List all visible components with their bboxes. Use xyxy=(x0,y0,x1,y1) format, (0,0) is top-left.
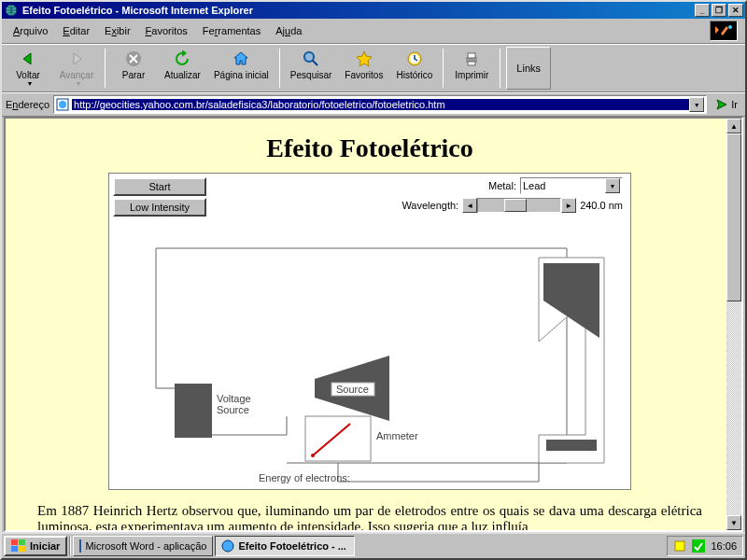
forward-icon xyxy=(67,49,86,68)
stop-button[interactable]: Parar xyxy=(109,47,158,90)
menu-ajuda[interactable]: Ajuda xyxy=(268,23,309,38)
svg-rect-29 xyxy=(692,539,705,553)
start-button[interactable]: Start xyxy=(113,177,206,196)
chevron-down-icon: ▼ xyxy=(605,178,620,193)
svg-rect-10 xyxy=(468,62,475,65)
windows-icon xyxy=(11,539,26,553)
clock: 16:06 xyxy=(711,540,737,552)
body-paragraph: Em 1887 Heinrich Hertz observou que, ilu… xyxy=(17,499,723,532)
address-dropdown[interactable]: ▼ xyxy=(689,97,704,112)
svg-rect-20 xyxy=(546,440,597,451)
print-button[interactable]: Imprimir xyxy=(447,47,496,90)
history-icon xyxy=(405,49,424,68)
circuit-diagram: Voltage Source Source Ammeter xyxy=(109,220,632,491)
content-viewport: Efeito Fotoelétrico Start Low Intensity … xyxy=(4,117,743,532)
page-icon xyxy=(56,98,69,111)
forward-button[interactable]: Avançar ▼ xyxy=(52,47,101,90)
scroll-up[interactable]: ▲ xyxy=(726,119,741,133)
minimize-button[interactable]: _ xyxy=(695,4,710,17)
task-ie[interactable]: Efeito Fotoelétrico - ... xyxy=(215,536,355,556)
word-icon: W xyxy=(79,539,81,553)
svg-rect-24 xyxy=(19,546,25,552)
address-label: Endereço xyxy=(6,99,49,110)
titlebar: Efeito Fotoelétrico - Microsoft Internet… xyxy=(2,2,745,19)
page-title: Efeito Fotoelétrico xyxy=(17,133,723,163)
svg-point-27 xyxy=(222,540,233,552)
history-button[interactable]: Histórico xyxy=(389,47,439,90)
search-icon xyxy=(302,49,320,68)
svg-text:Voltage: Voltage xyxy=(217,393,251,404)
refresh-button[interactable]: Atualizar xyxy=(158,47,207,90)
toolbar: Voltar ▼ Avançar ▼ Parar Atualizar Págin… xyxy=(2,44,745,92)
svg-text:Source: Source xyxy=(217,404,249,415)
back-button[interactable]: Voltar ▼ xyxy=(4,47,52,90)
start-menu-button[interactable]: Iniciar xyxy=(4,536,67,556)
app-window: Efeito Fotoelétrico - Microsoft Internet… xyxy=(0,0,747,560)
menubar: Arquivo Editar Exibir Favoritos Ferramen… xyxy=(2,19,745,44)
source-label: Source xyxy=(336,384,369,395)
star-icon xyxy=(355,49,374,68)
vertical-scrollbar[interactable]: ▲ ▼ xyxy=(726,119,741,530)
photoelectric-applet: Start Low Intensity Metal: Lead ▼ Wavele… xyxy=(108,173,631,490)
links-panel[interactable]: Links xyxy=(506,47,551,90)
go-button[interactable]: Ir xyxy=(711,95,741,114)
favorites-button[interactable]: Favoritos xyxy=(338,47,389,90)
go-icon xyxy=(714,97,729,112)
stop-icon xyxy=(124,49,143,68)
task-word[interactable]: W Microsoft Word - aplicação xyxy=(73,536,213,556)
search-button[interactable]: Pesquisar xyxy=(284,47,338,90)
svg-rect-13 xyxy=(175,384,212,438)
slider-right[interactable]: ► xyxy=(561,198,576,213)
maximize-button[interactable]: ❐ xyxy=(712,4,726,17)
home-icon xyxy=(232,49,250,68)
address-input[interactable]: http://geocities.yahoo.com.br/saladefisi… xyxy=(53,95,707,114)
wavelength-value: 240.0 nm xyxy=(580,200,623,211)
svg-point-2 xyxy=(728,25,732,29)
ie-task-icon xyxy=(221,539,234,553)
svg-point-12 xyxy=(59,101,66,108)
slider-left[interactable]: ◄ xyxy=(462,198,477,213)
close-button[interactable]: ✕ xyxy=(728,4,743,17)
back-icon xyxy=(19,49,37,68)
menu-exibir[interactable]: Exibir xyxy=(97,23,138,38)
metal-select[interactable]: Lead ▼ xyxy=(520,177,623,194)
menu-favoritos[interactable]: Favoritos xyxy=(138,23,195,38)
address-bar: Endereço http://geocities.yahoo.com.br/s… xyxy=(2,92,745,117)
slider-thumb[interactable] xyxy=(504,199,527,212)
svg-rect-21 xyxy=(11,539,18,545)
scroll-thumb[interactable] xyxy=(726,133,741,301)
wavelength-label: Wavelength: xyxy=(402,200,458,211)
svg-text:Ammeter: Ammeter xyxy=(376,430,418,441)
scroll-down[interactable]: ▼ xyxy=(726,515,741,530)
tray-icon-2 xyxy=(692,539,705,553)
home-button[interactable]: Página inicial xyxy=(207,47,275,90)
ie-icon xyxy=(4,3,19,18)
intensity-button[interactable]: Low Intensity xyxy=(113,198,206,217)
svg-point-5 xyxy=(304,52,314,62)
tray-icon-1 xyxy=(673,539,686,553)
throbber-icon xyxy=(710,21,738,41)
menu-ferramentas[interactable]: Ferramentas xyxy=(195,23,268,38)
window-title: Efeito Fotoelétrico - Microsoft Internet… xyxy=(22,5,695,16)
print-icon xyxy=(462,49,481,68)
system-tray[interactable]: 16:06 xyxy=(667,536,743,556)
svg-rect-22 xyxy=(19,539,25,545)
energy-label: Energy of electrons: xyxy=(259,472,350,483)
svg-rect-9 xyxy=(468,53,475,58)
menu-arquivo[interactable]: Arquivo xyxy=(6,23,55,38)
metal-label: Metal: xyxy=(488,180,516,191)
refresh-icon xyxy=(173,49,191,68)
svg-rect-28 xyxy=(675,541,684,551)
wavelength-slider[interactable]: ◄ ► xyxy=(462,198,576,213)
menu-editar[interactable]: Editar xyxy=(55,23,97,38)
svg-rect-23 xyxy=(11,546,18,552)
svg-point-18 xyxy=(311,454,315,457)
taskbar: Iniciar W Microsoft Word - aplicação Efe… xyxy=(2,532,745,558)
